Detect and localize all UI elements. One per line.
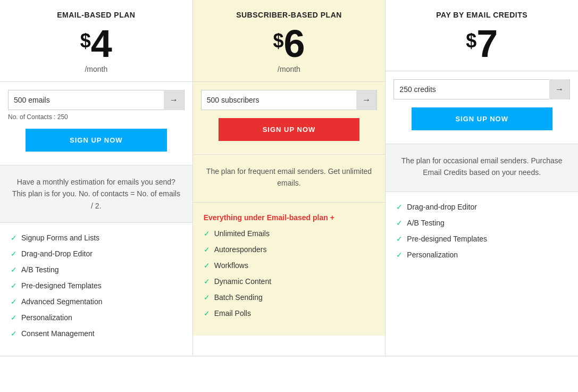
feature-item: ✓Advanced Segmentation [11, 297, 182, 306]
checkmark-icon: ✓ [11, 233, 17, 242]
feature-item: ✓Autoresponders [204, 245, 375, 254]
checkmark-icon: ✓ [204, 293, 210, 302]
feature-label: Drag-and-Drop Editor [21, 249, 93, 258]
plan-input-email-based[interactable] [9, 90, 164, 110]
feature-label: Autoresponders [214, 245, 267, 254]
feature-label: Consent Management [21, 329, 95, 338]
checkmark-icon: ✓ [396, 203, 403, 211]
plan-features-pay-by-credits: ✓Drag-and-drop Editor✓A/B Testing✓Pre-de… [386, 192, 578, 277]
plan-description-subscriber-based: The plan for frequent email senders. Get… [193, 155, 386, 203]
input-row-email-based: → [8, 90, 185, 110]
plan-price-wrap-email-based: $4 [8, 24, 185, 63]
plan-col-subscriber-based: SUBSCRIBER-BASED PLAN$6/month→SIGN UP NO… [193, 0, 386, 356]
plan-col-email-based: EMAIL-BASED PLAN$4/month→No. of Contacts… [0, 0, 193, 356]
plan-price-pay-by-credits: 7 [476, 24, 498, 63]
plan-input-section-subscriber-based: →SIGN UP NOW [193, 82, 386, 155]
feature-item: ✓Consent Management [11, 329, 182, 338]
plan-dollar-email-based: $ [80, 30, 91, 52]
checkmark-icon: ✓ [204, 277, 210, 286]
plan-header-pay-by-credits: PAY BY EMAIL CREDITS$7 [386, 0, 578, 71]
feature-item: ✓Drag-and-drop Editor [396, 203, 567, 211]
plan-price-subscriber-based: 6 [284, 24, 305, 63]
feature-label: Personalization [21, 313, 72, 322]
plan-arrow-btn-email-based[interactable]: → [164, 90, 184, 110]
checkmark-icon: ✓ [396, 219, 403, 227]
feature-item: ✓A/B Testing [396, 219, 567, 227]
feature-label: Pre-designed Templates [407, 235, 487, 243]
plan-name-subscriber-based: SUBSCRIBER-BASED PLAN [201, 11, 378, 19]
plan-description-email-based: Have a monthly estimation for emails you… [0, 165, 192, 223]
feature-label: Pre-designed Templates [21, 281, 102, 290]
plan-name-email-based: EMAIL-BASED PLAN [8, 11, 185, 19]
feature-label: Email Polls [214, 309, 251, 318]
feature-item: ✓Signup Forms and Lists [11, 233, 182, 242]
feature-item: ✓Pre-designed Templates [11, 281, 182, 290]
feature-label: Batch Sending [214, 293, 263, 302]
feature-item: ✓Dynamic Content [204, 277, 375, 286]
feature-label: Signup Forms and Lists [21, 233, 99, 242]
pricing-plans: EMAIL-BASED PLAN$4/month→No. of Contacts… [0, 0, 578, 356]
feature-label: Advanced Segmentation [21, 297, 103, 306]
plan-price-wrap-pay-by-credits: $7 [393, 24, 570, 63]
checkmark-icon: ✓ [11, 313, 17, 322]
plan-header-email-based: EMAIL-BASED PLAN$4/month [0, 0, 192, 82]
feature-item: ✓Unlimited Emails [204, 229, 375, 238]
plan-arrow-btn-subscriber-based[interactable]: → [356, 90, 376, 110]
plan-price-email-based: 4 [91, 24, 112, 63]
feature-item: ✓Batch Sending [204, 293, 375, 302]
checkmark-icon: ✓ [204, 309, 210, 318]
plan-features-subscriber-based: Everything under Email-based plan +✓Unli… [193, 203, 386, 336]
feature-highlight-subscriber-based: Everything under Email-based plan + [204, 213, 375, 222]
feature-item: ✓Personalization [396, 251, 567, 259]
checkmark-icon: ✓ [11, 329, 17, 338]
plan-dollar-subscriber-based: $ [273, 30, 283, 52]
input-row-subscriber-based: → [201, 90, 378, 110]
plan-name-pay-by-credits: PAY BY EMAIL CREDITS [393, 11, 570, 19]
signup-btn-email-based[interactable]: SIGN UP NOW [26, 129, 166, 152]
plan-dollar-pay-by-credits: $ [466, 30, 476, 52]
plan-input-pay-by-credits[interactable] [394, 80, 549, 99]
plan-input-subscriber-based[interactable] [202, 90, 357, 110]
plan-features-email-based: ✓Signup Forms and Lists✓Drag-and-Drop Ed… [0, 223, 192, 356]
feature-item: ✓Drag-and-Drop Editor [11, 249, 182, 258]
feature-item: ✓Pre-designed Templates [396, 235, 567, 243]
feature-item: ✓Workflows [204, 261, 375, 270]
checkmark-icon: ✓ [204, 229, 210, 238]
plan-period-subscriber-based: /month [201, 65, 378, 73]
checkmark-icon: ✓ [396, 251, 403, 259]
plan-arrow-btn-pay-by-credits[interactable]: → [549, 79, 569, 99]
plan-period-email-based: /month [8, 65, 185, 73]
feature-item: ✓Email Polls [204, 309, 375, 318]
feature-label: Workflows [214, 261, 248, 270]
plan-header-subscriber-based: SUBSCRIBER-BASED PLAN$6/month [193, 0, 386, 82]
feature-label: A/B Testing [21, 265, 59, 274]
checkmark-icon: ✓ [204, 245, 210, 254]
feature-item: ✓A/B Testing [11, 265, 182, 274]
plan-price-wrap-subscriber-based: $6 [201, 24, 378, 63]
signup-btn-subscriber-based[interactable]: SIGN UP NOW [219, 118, 359, 141]
checkmark-icon: ✓ [11, 249, 17, 258]
input-row-pay-by-credits: → [393, 79, 570, 99]
feature-label: Unlimited Emails [214, 229, 270, 238]
feature-item: ✓Personalization [11, 313, 182, 322]
checkmark-icon: ✓ [11, 265, 17, 274]
plan-description-pay-by-credits: The plan for occasional email senders. P… [386, 144, 578, 192]
checkmark-icon: ✓ [204, 261, 210, 270]
plan-col-pay-by-credits: PAY BY EMAIL CREDITS$7→SIGN UP NOWThe pl… [386, 0, 578, 356]
feature-label: Drag-and-drop Editor [407, 203, 477, 211]
plan-input-section-pay-by-credits: →SIGN UP NOW [386, 71, 578, 144]
feature-label: Personalization [407, 251, 458, 259]
feature-label: Dynamic Content [214, 277, 271, 286]
signup-btn-pay-by-credits[interactable]: SIGN UP NOW [412, 107, 552, 130]
checkmark-icon: ✓ [11, 297, 17, 306]
feature-label: A/B Testing [407, 219, 445, 227]
checkmark-icon: ✓ [11, 281, 17, 290]
contact-count-email-based: No. of Contacts : 250 [8, 113, 185, 121]
plan-input-section-email-based: →No. of Contacts : 250SIGN UP NOW [0, 82, 192, 165]
checkmark-icon: ✓ [396, 235, 403, 243]
